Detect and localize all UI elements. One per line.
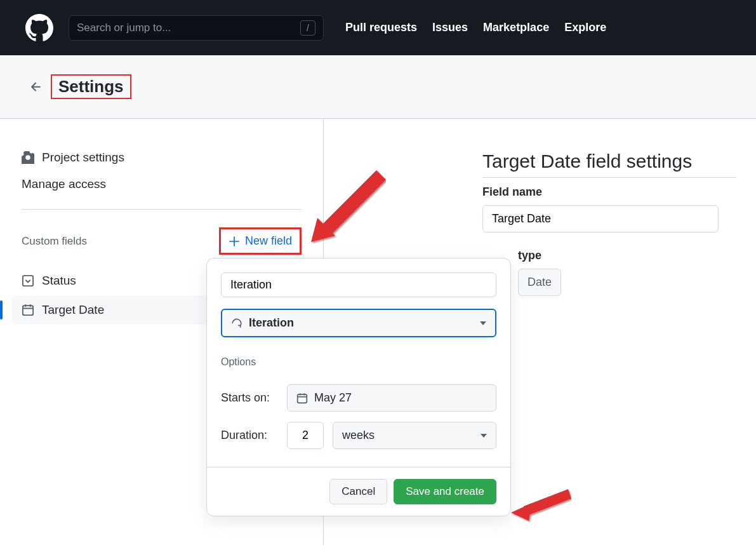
field-name-input[interactable] (482, 205, 719, 232)
back-arrow-icon[interactable] (29, 80, 43, 94)
starts-on-value: May 27 (314, 391, 352, 405)
starts-on-row: Starts on: May 27 (221, 384, 496, 412)
svg-rect-2 (298, 394, 307, 403)
field-type-select[interactable]: Iteration (221, 309, 496, 337)
single-select-icon (22, 274, 34, 287)
field-type-value: Date (518, 269, 561, 296)
field-type-text: Date (527, 276, 552, 289)
dialog-body: Iteration Options Starts on: May 27 Dura… (207, 259, 510, 467)
field-item-label: Status (42, 274, 76, 288)
duration-label: Duration: (221, 429, 278, 442)
sidebar-manage-access[interactable]: Manage access (22, 171, 302, 198)
new-field-dialog: Iteration Options Starts on: May 27 Dura… (206, 258, 511, 516)
slash-key-hint: / (300, 20, 315, 36)
sidebar-item-label: Project settings (42, 151, 124, 165)
field-type-label: type (518, 249, 756, 262)
duration-row: Duration: weeks (221, 422, 496, 449)
starts-on-button[interactable]: May 27 (287, 384, 496, 412)
field-name-dialog-input[interactable] (221, 272, 496, 297)
plus-icon (229, 236, 240, 247)
options-label: Options (221, 356, 496, 368)
gear-icon (22, 151, 34, 164)
search-placeholder: Search or jump to... (77, 22, 300, 34)
duration-input[interactable] (287, 422, 324, 449)
nav-marketplace[interactable]: Marketplace (483, 21, 549, 34)
title-bar: Settings (0, 55, 756, 119)
sidebar-project-settings[interactable]: Project settings (22, 144, 302, 171)
custom-fields-label: Custom fields (22, 235, 87, 248)
dialog-footer: Cancel Save and create (207, 467, 510, 516)
duration-unit-label: weeks (342, 429, 375, 442)
panel-title: Target Date field settings (482, 151, 736, 178)
field-item-label: Target Date (42, 303, 104, 317)
svg-rect-1 (23, 306, 33, 315)
new-field-label: New field (245, 234, 292, 248)
cancel-button[interactable]: Cancel (329, 479, 387, 504)
search-input[interactable]: Search or jump to... / (69, 15, 324, 41)
new-field-button[interactable]: New field (219, 227, 302, 255)
iteration-icon (231, 318, 242, 329)
duration-unit-select[interactable]: weeks (333, 422, 496, 449)
svg-rect-0 (23, 276, 33, 286)
github-logo-icon[interactable] (25, 14, 53, 42)
nav-pull-requests[interactable]: Pull requests (345, 21, 417, 34)
global-header: Search or jump to... / Pull requests Iss… (0, 0, 756, 55)
page-title: Settings (51, 74, 131, 99)
custom-fields-header: Custom fields New field (22, 227, 302, 255)
annotation-arrow-icon (508, 484, 571, 522)
calendar-icon (22, 304, 34, 316)
svg-marker-6 (511, 503, 532, 521)
sidebar-item-label: Manage access (22, 177, 106, 191)
field-name-label: Field name (482, 185, 756, 199)
calendar-icon (296, 393, 308, 404)
nav-links: Pull requests Issues Marketplace Explore (345, 21, 606, 34)
nav-explore[interactable]: Explore (564, 21, 606, 34)
nav-issues[interactable]: Issues (432, 21, 468, 34)
save-and-create-button[interactable]: Save and create (394, 479, 496, 504)
field-type-select-label: Iteration (249, 316, 294, 330)
svg-marker-3 (322, 170, 386, 234)
annotation-arrow-icon (303, 167, 386, 243)
svg-marker-5 (524, 489, 571, 516)
starts-on-label: Starts on: (221, 391, 278, 405)
settings-section: Project settings Manage access (22, 144, 302, 210)
